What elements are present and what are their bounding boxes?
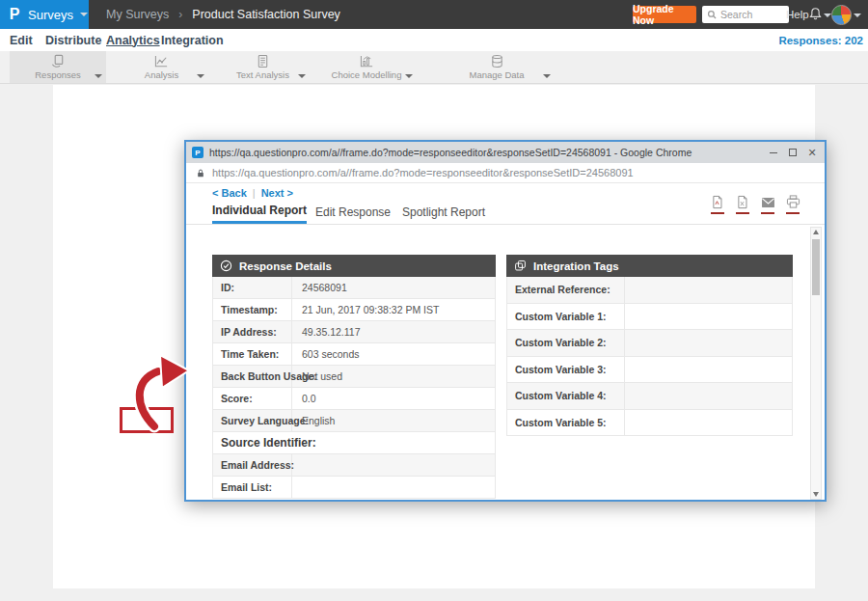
breadcrumb-separator-icon: › [178,8,182,21]
detail-label: Timestamp: [213,299,292,320]
page-url: https://qa.questionpro.com/a//frame.do?m… [212,167,634,178]
check-circle-icon [220,260,232,272]
responses-count[interactable]: Responses: 202 [778,29,863,51]
detail-row: Email Address: [212,454,496,477]
global-search-placeholder: Search [720,9,752,20]
window-title-bar[interactable]: P https://qa.questionpro.com/a//frame.do… [186,142,825,163]
tab-individual-report[interactable]: Individual Report [212,200,307,224]
tag-row: Custom Variable 4: [506,383,793,410]
questionpro-logo: P [5,5,24,24]
manage-data-icon [489,54,505,68]
nav-edit[interactable]: Edit [10,29,33,51]
toolbar-responses-label: Responses [35,69,81,80]
toolbar-manage-data-label: Manage Data [469,69,524,80]
detail-label: ID: [213,277,292,298]
tag-label: External Reference: [507,277,625,303]
detail-label: Time Taken: [213,343,292,365]
choice-modelling-icon [359,54,375,68]
surveys-menu[interactable]: P Surveys [0,0,89,29]
upgrade-now-button[interactable]: Upgrade Now [633,6,696,23]
maximize-button[interactable] [786,146,800,159]
toolbar-analysis[interactable]: Analysis [116,51,207,83]
tag-row: Custom Variable 2: [506,330,793,357]
notifications-bell-icon[interactable] [808,7,823,25]
toolbar-analysis-label: Analysis [145,69,178,80]
tag-row: Custom Variable 5: [506,410,793,437]
breadcrumb: My Surveys › Product Satisfaction Survey [106,0,340,29]
export-pdf-icon[interactable] [711,195,725,209]
avatar[interactable] [831,5,852,25]
tag-value [625,383,792,409]
print-icon[interactable] [786,195,800,209]
analytics-toolbar: Responses Analysis Text Analysis Choice … [0,51,868,84]
detail-value: 21 Jun, 2017 09:38:32 PM IST [292,299,495,320]
detail-label: Source Identifier: [213,432,495,453]
detail-value: 49.35.12.117 [292,321,495,342]
pipe-separator: | [253,187,256,199]
minimize-button[interactable] [767,146,780,159]
detail-label: Survey Language: [213,410,292,431]
tab-spotlight-report[interactable]: Spotlight Report [402,200,485,224]
detail-label: Back Button Usage: [213,366,292,387]
tag-label: Custom Variable 5: [507,410,625,436]
nav-analytics[interactable]: Analytics [106,29,160,51]
detail-value: 24568091 [292,277,495,298]
email-icon[interactable] [761,195,775,209]
back-link[interactable]: < Back [212,187,247,199]
detail-value [292,454,495,476]
annotation-curved-arrow-icon [123,347,212,436]
text-analysis-dropdown-icon[interactable] [298,65,306,82]
chevron-down-icon [80,13,88,16]
nav-distribute[interactable]: Distribute [45,29,101,51]
export-excel-icon[interactable] [736,195,750,209]
next-link[interactable]: Next > [261,187,293,199]
detail-row: IP Address: 49.35.12.117 [212,321,496,343]
close-button[interactable]: ✕ [805,146,819,159]
tag-value [625,304,792,330]
tag-row: Custom Variable 3: [506,357,793,384]
choice-modelling-dropdown-icon[interactable] [405,65,413,82]
tag-row: External Reference: [506,277,793,304]
toolbar-text-analysis[interactable]: Text Analysis [217,51,309,83]
tag-value [625,330,792,356]
responses-dropdown-icon[interactable] [95,65,102,82]
response-details-panel: Response Details ID: 24568091 Timestamp:… [212,255,496,499]
detail-label: IP Address: [213,321,292,342]
integration-tags-header: Integration Tags [506,255,793,277]
window-title: https://qa.questionpro.com/a//frame.do?m… [209,147,761,158]
detail-row: Survey Language: English [212,410,496,432]
detail-row: ID: 24568091 [212,277,496,299]
tag-row: Custom Variable 1: [506,304,793,331]
popup-scroll-down-icon[interactable] [813,492,819,497]
help-link[interactable]: Help [786,0,809,29]
tag-label: Custom Variable 1: [507,304,625,330]
analysis-dropdown-icon[interactable] [197,65,204,82]
detail-row: Score: 0.0 [212,388,496,410]
tab-edit-response[interactable]: Edit Response [315,200,391,224]
detail-row: Email List: [212,477,496,499]
breadcrumb-parent[interactable]: My Surveys [106,8,169,21]
responses-icon [50,54,67,68]
text-analysis-icon [255,54,271,68]
manage-data-dropdown-icon[interactable] [543,65,551,82]
bell-chevron-icon[interactable] [824,14,831,17]
global-search-input[interactable]: Search [702,6,789,23]
minimize-icon [770,152,777,153]
toolbar-responses[interactable]: Responses [10,51,106,83]
product-label: Surveys [28,8,73,22]
popup-scroll-up-icon[interactable] [813,230,819,234]
integration-tags-icon [514,260,527,272]
detail-row: Timestamp: 21 Jun, 2017 09:38:32 PM IST [212,299,496,321]
avatar-chevron-icon[interactable] [854,14,861,17]
popup-scrollbar[interactable] [810,227,822,500]
tag-value [625,410,792,436]
toolbar-manage-data[interactable]: Manage Data [439,51,555,83]
address-bar[interactable]: https://qa.questionpro.com/a//frame.do?m… [186,163,825,183]
breadcrumb-current: Product Satisfaction Survey [192,8,340,21]
popup-scroll-thumb[interactable] [812,239,820,295]
nav-integration[interactable]: Integration [161,29,224,51]
tag-label: Custom Variable 3: [507,357,625,383]
toolbar-choice-modelling[interactable]: Choice Modelling [318,51,415,83]
survey-nav: Edit Distribute Analytics Integration Re… [0,29,868,51]
tag-value [625,277,792,303]
